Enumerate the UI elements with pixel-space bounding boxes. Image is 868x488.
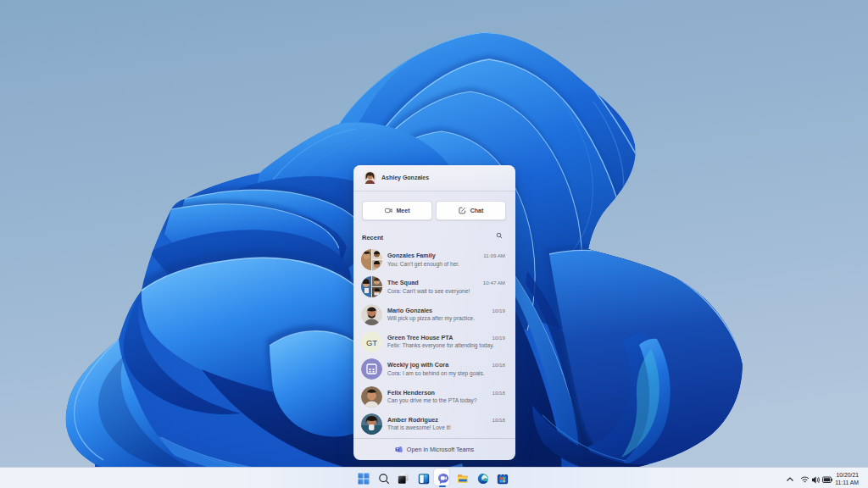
svg-text:GT: GT xyxy=(366,337,377,347)
